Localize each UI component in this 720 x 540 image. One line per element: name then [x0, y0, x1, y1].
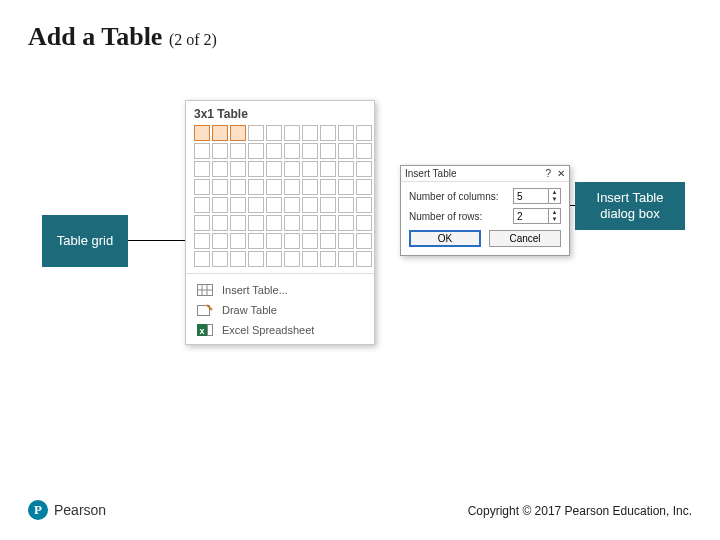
- grid-cell[interactable]: [302, 233, 318, 249]
- grid-cell[interactable]: [320, 197, 336, 213]
- grid-cell[interactable]: [338, 215, 354, 231]
- grid-cell[interactable]: [266, 215, 282, 231]
- grid-cell[interactable]: [356, 197, 372, 213]
- grid-cell[interactable]: [284, 251, 300, 267]
- grid-cell[interactable]: [266, 179, 282, 195]
- grid-cell[interactable]: [302, 197, 318, 213]
- grid-cell[interactable]: [356, 125, 372, 141]
- grid-cell[interactable]: [284, 215, 300, 231]
- grid-cell[interactable]: [356, 251, 372, 267]
- grid-cell[interactable]: [320, 161, 336, 177]
- grid-cell[interactable]: [194, 143, 210, 159]
- grid-cell[interactable]: [302, 143, 318, 159]
- grid-cell[interactable]: [284, 161, 300, 177]
- grid-cell[interactable]: [338, 251, 354, 267]
- grid-cell[interactable]: [194, 161, 210, 177]
- chevron-up-icon[interactable]: ▲: [549, 189, 560, 196]
- grid-cell[interactable]: [266, 161, 282, 177]
- rows-input[interactable]: [514, 209, 548, 223]
- table-grid[interactable]: [194, 125, 366, 267]
- grid-cell[interactable]: [194, 215, 210, 231]
- ok-button[interactable]: OK: [409, 230, 481, 247]
- menu-excel-label: Excel Spreadsheet: [222, 324, 314, 336]
- grid-cell[interactable]: [266, 233, 282, 249]
- grid-cell[interactable]: [338, 179, 354, 195]
- menu-insert-table[interactable]: Insert Table...: [194, 280, 366, 300]
- grid-cell[interactable]: [302, 215, 318, 231]
- grid-cell[interactable]: [230, 161, 246, 177]
- grid-cell[interactable]: [194, 125, 210, 141]
- columns-input[interactable]: [514, 189, 548, 203]
- grid-cell[interactable]: [302, 251, 318, 267]
- grid-cell[interactable]: [266, 251, 282, 267]
- grid-cell[interactable]: [302, 179, 318, 195]
- grid-cell[interactable]: [338, 233, 354, 249]
- cancel-button[interactable]: Cancel: [489, 230, 561, 247]
- excel-icon: x: [196, 323, 214, 337]
- grid-cell[interactable]: [302, 161, 318, 177]
- grid-cell[interactable]: [212, 251, 228, 267]
- grid-cell[interactable]: [338, 161, 354, 177]
- grid-cell[interactable]: [230, 125, 246, 141]
- grid-cell[interactable]: [356, 161, 372, 177]
- columns-stepper[interactable]: ▲▼: [513, 188, 561, 204]
- grid-cell[interactable]: [284, 197, 300, 213]
- grid-cell[interactable]: [338, 143, 354, 159]
- grid-cell[interactable]: [302, 125, 318, 141]
- grid-cell[interactable]: [338, 197, 354, 213]
- grid-cell[interactable]: [248, 143, 264, 159]
- menu-draw-table[interactable]: Draw Table: [194, 300, 366, 320]
- grid-cell[interactable]: [230, 179, 246, 195]
- grid-cell[interactable]: [230, 215, 246, 231]
- grid-cell[interactable]: [284, 179, 300, 195]
- grid-cell[interactable]: [248, 197, 264, 213]
- chevron-down-icon[interactable]: ▼: [549, 196, 560, 203]
- grid-cell[interactable]: [320, 125, 336, 141]
- grid-cell[interactable]: [356, 143, 372, 159]
- grid-cell[interactable]: [320, 251, 336, 267]
- grid-cell[interactable]: [284, 125, 300, 141]
- grid-cell[interactable]: [248, 215, 264, 231]
- grid-cell[interactable]: [320, 233, 336, 249]
- grid-cell[interactable]: [266, 197, 282, 213]
- grid-cell[interactable]: [248, 251, 264, 267]
- grid-cell[interactable]: [320, 215, 336, 231]
- grid-cell[interactable]: [248, 125, 264, 141]
- close-icon[interactable]: ✕: [557, 168, 565, 179]
- grid-cell[interactable]: [230, 143, 246, 159]
- grid-cell[interactable]: [356, 233, 372, 249]
- table-grid-panel: 3x1 Table Insert Table... Draw Table x E…: [185, 100, 375, 345]
- grid-cell[interactable]: [266, 125, 282, 141]
- menu-excel-spreadsheet[interactable]: x Excel Spreadsheet: [194, 320, 366, 340]
- grid-cell[interactable]: [338, 125, 354, 141]
- grid-cell[interactable]: [194, 233, 210, 249]
- grid-cell[interactable]: [230, 197, 246, 213]
- grid-cell[interactable]: [320, 143, 336, 159]
- grid-cell[interactable]: [212, 143, 228, 159]
- draw-table-icon: [196, 303, 214, 317]
- grid-cell[interactable]: [212, 233, 228, 249]
- grid-cell[interactable]: [320, 179, 336, 195]
- grid-cell[interactable]: [230, 233, 246, 249]
- grid-cell[interactable]: [212, 125, 228, 141]
- grid-cell[interactable]: [248, 161, 264, 177]
- grid-cell[interactable]: [212, 179, 228, 195]
- grid-cell[interactable]: [284, 233, 300, 249]
- grid-cell[interactable]: [212, 161, 228, 177]
- grid-cell[interactable]: [266, 143, 282, 159]
- grid-cell[interactable]: [194, 197, 210, 213]
- grid-cell[interactable]: [212, 215, 228, 231]
- grid-cell[interactable]: [248, 179, 264, 195]
- grid-cell[interactable]: [356, 215, 372, 231]
- help-icon[interactable]: ?: [545, 168, 551, 179]
- grid-cell[interactable]: [356, 179, 372, 195]
- chevron-up-icon[interactable]: ▲: [549, 209, 560, 216]
- rows-stepper[interactable]: ▲▼: [513, 208, 561, 224]
- grid-cell[interactable]: [194, 251, 210, 267]
- grid-cell[interactable]: [248, 233, 264, 249]
- grid-cell[interactable]: [230, 251, 246, 267]
- grid-cell[interactable]: [284, 143, 300, 159]
- chevron-down-icon[interactable]: ▼: [549, 216, 560, 223]
- grid-cell[interactable]: [194, 179, 210, 195]
- grid-cell[interactable]: [212, 197, 228, 213]
